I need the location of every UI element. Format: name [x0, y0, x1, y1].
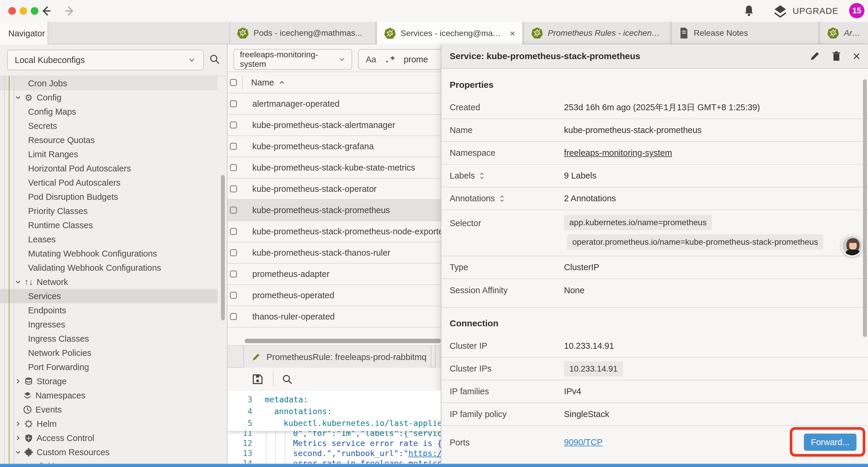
sidebar-group-network[interactable]: ↑↓ Network — [0, 275, 217, 289]
sidebar-item-leases[interactable]: Leases — [0, 232, 217, 246]
table-row[interactable]: kube-prometheus-stack-thanos-ruler — [227, 242, 441, 264]
forward-port-button[interactable]: Forward... — [804, 434, 857, 451]
select-all-checkbox[interactable] — [230, 79, 237, 86]
row-checkbox[interactable] — [230, 121, 237, 128]
resource-tree: Cron Jobs ⚙ Config Config Maps Secrets R… — [0, 76, 227, 467]
regex-toggle[interactable]: .* — [384, 54, 395, 64]
namespace-link[interactable]: freeleaps-monitoring-system — [564, 148, 672, 158]
sidebar-item-events[interactable]: Events — [0, 403, 217, 417]
kubeconfig-select[interactable]: Local Kubeconfigs — [7, 50, 204, 70]
chevron-down-icon — [14, 94, 22, 101]
sidebar-item-ingress-classes[interactable]: Ingress Classes — [0, 332, 217, 346]
yaml-editor[interactable]: 110","for":"1m","labels":{"service":"f 1… — [227, 391, 441, 467]
sidebar-item-secrets[interactable]: Secrets — [0, 119, 217, 133]
close-panel-icon[interactable]: × — [852, 51, 860, 61]
sidebar-item-network-policies[interactable]: Network Policies — [0, 346, 217, 360]
expand-updown-icon[interactable] — [498, 195, 505, 203]
sidebar-item-port-forwarding[interactable]: Port Forwarding — [0, 360, 217, 374]
sidebar-group-custom-resources[interactable]: Custom Resources — [0, 445, 217, 459]
editor-search-icon[interactable] — [281, 373, 293, 385]
sidebar-item-ingresses[interactable]: Ingresses — [0, 317, 217, 332]
edit-pencil-icon[interactable] — [809, 51, 820, 61]
sidebar-item-limit-ranges[interactable]: Limit Ranges — [0, 147, 217, 162]
tab-services[interactable]: Services - icecheng@math... × — [376, 22, 523, 45]
sidebar-item-pod-disruption-budgets[interactable]: Pod Disruption Budgets — [0, 190, 217, 204]
sidebar-item-validating-webhook-configurations[interactable]: Validating Webhook Configurations — [0, 261, 217, 275]
namespace-select[interactable]: freeleaps-monitoring-system — [234, 49, 352, 70]
expand-updown-icon[interactable] — [478, 172, 486, 180]
sidebar-item-resource-quotas[interactable]: Resource Quotas — [0, 133, 217, 147]
maximize-window-button[interactable] — [31, 7, 38, 15]
selector-chip: operator.prometheus.io/name=kube-prometh… — [567, 234, 824, 250]
sidebar-item-runtime-classes[interactable]: Runtime Classes — [0, 218, 217, 232]
runbook-url-link[interactable]: https://net — [408, 449, 441, 458]
table-row[interactable]: kube-prometheus-stack-operator — [227, 178, 441, 200]
close-tab-icon[interactable]: × — [509, 28, 515, 39]
tab-argo[interactable]: Argo Se — [819, 22, 868, 44]
table-row[interactable]: alertmanager-operated — [227, 93, 441, 115]
navigator-tab[interactable]: Navigator — [0, 22, 48, 45]
chevron-right-icon — [14, 434, 22, 442]
sidebar-item-namespaces[interactable]: Namespaces — [0, 388, 217, 403]
table-row[interactable]: prometheus-operated — [227, 285, 441, 306]
sidebar-item-mutating-webhook-configurations[interactable]: Mutating Webhook Configurations — [0, 246, 217, 261]
port-link-9090[interactable]: 9090/TCP — [564, 437, 603, 447]
table-row-selected[interactable]: kube-prometheus-stack-prometheus — [227, 200, 441, 221]
row-checkbox[interactable] — [230, 228, 237, 235]
sidebar-item-priority-classes[interactable]: Priority Classes — [0, 204, 217, 218]
row-checkbox[interactable] — [230, 313, 237, 320]
table-row[interactable]: thanos-ruler-operated — [227, 306, 441, 327]
horizontal-scrollbar[interactable] — [245, 339, 441, 343]
kubeconfig-select-value: Local Kubeconfigs — [15, 55, 85, 65]
row-checkbox[interactable] — [230, 185, 237, 193]
account-badge[interactable]: 15 — [849, 3, 864, 18]
detail-header: Service: kube-prometheus-stack-prometheu… — [441, 44, 868, 68]
tab-prometheus-rules[interactable]: Prometheus Rules - icecheng... — [524, 22, 671, 44]
sort-ascending-icon[interactable] — [278, 79, 286, 86]
table-row[interactable]: prometheus-adapter — [227, 264, 441, 285]
sidebar-item-endpoints[interactable]: Endpoints — [0, 303, 217, 317]
editor-line-12: 12Metrics service error rate is {{ $va — [227, 438, 441, 448]
match-case-toggle[interactable]: Aa — [366, 55, 376, 64]
name-column-header[interactable]: Name — [251, 78, 274, 87]
sidebar-group-access-control[interactable]: Access Control — [0, 431, 217, 445]
upgrade-label[interactable]: UPGRADE — [793, 6, 838, 16]
assistant-avatar[interactable] — [841, 235, 863, 257]
row-checkbox[interactable] — [230, 164, 237, 171]
upgrade-chevrons-icon[interactable] — [773, 4, 787, 18]
filter-input[interactable]: Aa .* prome — [358, 49, 441, 70]
editor-tab-prometheusrule[interactable]: PrometheusRule: freeleaps-prod-rabbitmq — [243, 346, 431, 368]
sidebar-group-config[interactable]: ⚙ Config — [0, 90, 217, 105]
row-checkbox[interactable] — [230, 207, 237, 214]
sidebar-item-config-maps[interactable]: Config Maps — [0, 105, 217, 119]
row-checkbox[interactable] — [230, 270, 237, 278]
detail-panel-scrollbar[interactable] — [863, 79, 867, 337]
close-window-button[interactable] — [8, 7, 16, 15]
row-checkbox[interactable] — [230, 249, 237, 256]
sidebar-item-services[interactable]: Services — [0, 289, 217, 303]
detail-row-cluster-ips: Cluster IPs 10.233.14.91 — [441, 358, 868, 380]
search-icon[interactable] — [209, 53, 220, 65]
tab-release-notes[interactable]: Release Notes — [671, 22, 819, 44]
table-row[interactable]: kube-prometheus-stack-prometheus-node-ex… — [227, 221, 441, 242]
editor-tab-partial[interactable] — [435, 346, 441, 368]
back-arrow-icon[interactable] — [39, 4, 53, 18]
tab-pods[interactable]: Pods - icecheng@mathmas... — [229, 22, 376, 44]
trash-icon[interactable] — [831, 51, 841, 62]
row-checkbox[interactable] — [230, 292, 237, 299]
minimize-window-button[interactable] — [20, 7, 27, 15]
notification-bell-icon[interactable] — [743, 4, 755, 18]
sidebar-group-helm[interactable]: Helm — [0, 417, 217, 431]
row-checkbox[interactable] — [230, 143, 237, 150]
save-icon[interactable] — [251, 373, 264, 386]
sidebar-item-horizontal-pod-autoscalers[interactable]: Horizontal Pod Autoscalers — [0, 162, 217, 176]
sidebar-item-vertical-pod-autoscalers[interactable]: Vertical Pod Autoscalers — [0, 176, 217, 190]
table-row[interactable]: kube-prometheus-stack-kube-state-metrics — [227, 157, 441, 178]
table-row[interactable]: kube-prometheus-stack-alertmanager — [227, 115, 441, 136]
sidebar-item-cron-jobs[interactable]: Cron Jobs — [0, 76, 217, 90]
sidebar-group-storage[interactable]: Storage — [0, 374, 217, 388]
forward-arrow-icon[interactable] — [63, 4, 76, 18]
sidebar-scrollbar[interactable] — [221, 175, 225, 320]
row-checkbox[interactable] — [230, 100, 237, 107]
table-row[interactable]: kube-prometheus-stack-grafana — [227, 136, 441, 157]
